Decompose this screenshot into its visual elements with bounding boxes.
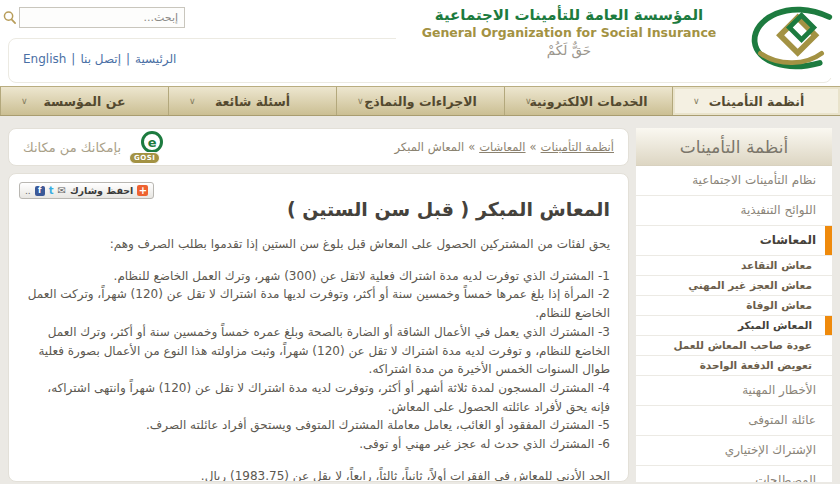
tab-label: أنظمة التأمينات (709, 94, 804, 109)
link-separator: | (126, 52, 130, 66)
sidebar-item-pensions[interactable]: المعاشات (636, 226, 832, 256)
minimum-pension-note: الحد الأدنى للمعاش في الفقرات أولاً، ثان… (27, 467, 610, 482)
tab-label: الاجراءات والنماذج (364, 94, 477, 109)
brand-title-english: General Organization for Social Insuranc… (396, 25, 742, 40)
home-link[interactable]: الرئيسية (135, 52, 176, 66)
sidebar-title: أنظمة التأمينات (636, 128, 832, 166)
twitter-icon[interactable]: t (49, 185, 54, 196)
sidebar-item-lump-sum-compensation[interactable]: تعويض الدفعة الواحدة (636, 356, 832, 376)
breadcrumb-pensions[interactable]: المعاشات (479, 140, 525, 154)
main-column: بإمكانك من مكانك e GOSI أنظمة التأمينات»… (8, 128, 629, 482)
tab-eservices[interactable]: الخدمات الالكترونية ∨ (504, 87, 672, 115)
tab-insurance-schemes[interactable]: أنظمة التأمينات ∨ (672, 87, 840, 115)
egosi-e-icon: e (141, 131, 163, 153)
sidebar-item-voluntary-subscription[interactable]: الإشتراك الإختياري (636, 436, 832, 466)
tab-label: أسئلة شائعة (215, 94, 290, 109)
sidebar-item-retirement-pension[interactable]: معاش التقاعد (636, 256, 832, 276)
sidebar-item-label: معاش العجز غير المهني (688, 279, 812, 291)
article-item: 4- المشترك المسجون لمدة ثلاثة أشهر أو أك… (27, 379, 610, 416)
chevron-down-icon: ∨ (189, 96, 196, 106)
article-intro: يحق لفئات من المشتركين الحصول على المعاش… (27, 235, 610, 254)
tab-faq[interactable]: أسئلة شائعة ∨ (168, 87, 336, 115)
gosi-logo (742, 0, 840, 78)
sidebar-item-label: معاش الوفاة (746, 299, 812, 311)
tab-label: عن المؤسسة (44, 94, 126, 109)
sidebar-item-death-pension[interactable]: معاش الوفاة (636, 296, 832, 316)
sidebar-item-label: نظام التأمينات الاجتماعية (692, 173, 816, 187)
breadcrumb-current: المعاش المبكر (395, 140, 465, 154)
sidebar-item-nonoccupational-disability-pension[interactable]: معاش العجز غير المهني (636, 276, 832, 296)
breadcrumb-separator: » (530, 140, 537, 154)
gosi-logo-mark (747, 5, 835, 73)
sidebar-item-label: معاش التقاعد (741, 259, 812, 271)
breadcrumb-separator: » (468, 140, 475, 154)
brand-tagline: حَقٌّ لَكُمْ (396, 42, 742, 58)
link-separator: | (71, 52, 75, 66)
email-icon[interactable]: ✉ (58, 186, 66, 196)
sidebar-item-label: المعاش المبكر (738, 319, 812, 331)
sidebar-item-occupational-hazards[interactable]: الأخطار المهنية (636, 376, 832, 406)
main-nav: أنظمة التأمينات ∨ الخدمات الالكترونية ∨ … (0, 86, 840, 116)
breadcrumb: أنظمة التأمينات»المعاشات»المعاش المبكر (395, 140, 614, 154)
active-marker (825, 226, 832, 255)
breadcrumb-bar: بإمكانك من مكانك e GOSI أنظمة التأمينات»… (8, 128, 629, 166)
article-item: 6- المشترك الذي حدث له عجز غير مهني أو ت… (27, 435, 610, 454)
brand-block: المؤسسة العامة للتأمينات الاجتماعية Gene… (396, 6, 742, 60)
article-item: 5- المشترك المفقود أو الغائب، يعامل معام… (27, 416, 610, 435)
addthis-plus-icon[interactable]: + (137, 185, 148, 196)
share-widget[interactable]: + احفظ وشارك ✉ t f .. (19, 182, 154, 199)
article-item: 2- المرأة إذا بلغ عمرها خمساً وخمسين سنة… (27, 285, 610, 322)
sidebar-item-early-pension[interactable]: المعاش المبكر (636, 316, 832, 336)
search-icon[interactable] (2, 10, 17, 25)
english-link[interactable]: English (23, 52, 66, 66)
sidebar-item-label: تعويض الدفعة الواحدة (700, 359, 812, 371)
search-input[interactable] (19, 7, 185, 28)
content-area: بإمكانك من مكانك e GOSI أنظمة التأمينات»… (0, 116, 840, 482)
promo-text: بإمكانك من مكانك (23, 140, 121, 155)
facebook-icon[interactable]: f (35, 186, 45, 196)
sidebar-item-label: المصطلحات (755, 473, 816, 482)
sidebar-item-label: عودة صاحب المعاش للعمل (673, 339, 812, 351)
tab-about[interactable]: عن المؤسسة ∨ (0, 87, 168, 115)
sidebar-item-terminology[interactable]: المصطلحات (636, 466, 832, 482)
sidebar-item-social-insurance-law[interactable]: نظام التأمينات الاجتماعية (636, 166, 832, 196)
share-label: احفظ وشارك (70, 185, 133, 196)
egosi-promo: بإمكانك من مكانك e GOSI (23, 131, 165, 164)
contact-link[interactable]: إتصل بنا (80, 52, 121, 66)
breadcrumb-insurance-schemes[interactable]: أنظمة التأمينات (541, 140, 614, 154)
page-title: المعاش المبكر ( قبل سن الستين ) (27, 198, 610, 220)
sidebar-item-label: الأخطار المهنية (742, 383, 816, 397)
article-body: يحق لفئات من المشتركين الحصول على المعاش… (27, 235, 610, 482)
chevron-down-icon: ∨ (357, 96, 364, 106)
site-header: الرئيسية|إتصل بنا|English المؤسسة العامة… (0, 0, 840, 86)
top-links: الرئيسية|إتصل بنا|English (23, 52, 176, 66)
article-item: 3- المشترك الذي يعمل في الأعمال الشاقة أ… (27, 323, 610, 379)
tab-label: الخدمات الالكترونية (529, 94, 647, 109)
sidebar: أنظمة التأمينات نظام التأمينات الاجتماعي… (636, 128, 832, 482)
share-more-icon[interactable]: .. (25, 186, 31, 196)
sidebar-item-pensioner-return-to-work[interactable]: عودة صاحب المعاش للعمل (636, 336, 832, 356)
sidebar-item-executive-regulations[interactable]: اللوائح التنفيذية (636, 196, 832, 226)
sidebar-item-label: عائلة المتوفى (748, 413, 816, 427)
sidebar-item-label: اللوائح التنفيذية (741, 203, 816, 217)
egosi-gosi-badge: GOSI (129, 152, 160, 164)
article: + احفظ وشارك ✉ t f .. المعاش المبكر ( قب… (8, 173, 629, 482)
brand-title-arabic: المؤسسة العامة للتأمينات الاجتماعية (396, 6, 742, 24)
article-item: 1- المشترك الذي توفرت لديه مدة اشتراك فع… (27, 267, 610, 286)
sidebar-item-label: المعاشات (760, 233, 816, 247)
egosi-logo[interactable]: e GOSI (129, 131, 165, 164)
sidebar-item-label: الإشتراك الإختياري (725, 443, 816, 457)
chevron-down-icon: ∨ (693, 96, 700, 106)
tab-procedures-forms[interactable]: الاجراءات والنماذج ∨ (336, 87, 504, 115)
chevron-down-icon: ∨ (21, 96, 28, 106)
chevron-down-icon: ∨ (525, 96, 532, 106)
sidebar-item-deceased-family[interactable]: عائلة المتوفى (636, 406, 832, 436)
active-marker (825, 316, 832, 335)
